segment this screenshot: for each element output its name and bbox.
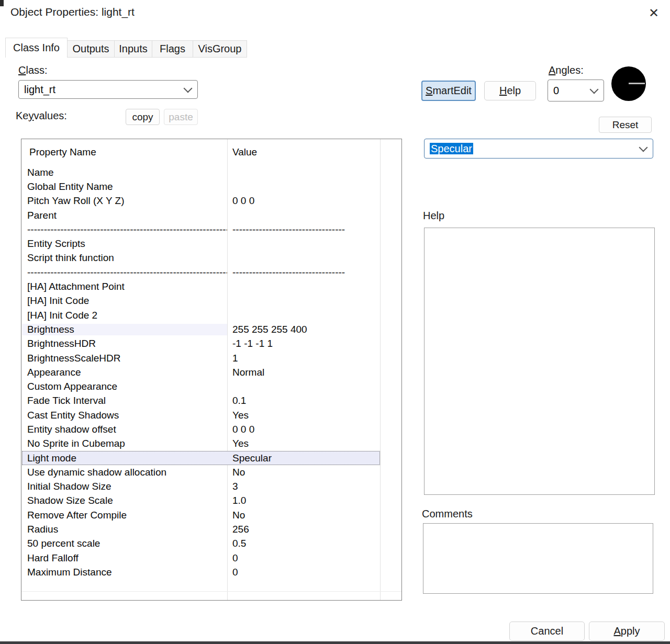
angle-indicator[interactable] [611, 66, 646, 101]
property-value-cell: Yes [227, 438, 380, 449]
property-name-cell: Fade Tick Interval [22, 395, 227, 406]
help-button-label: Help [499, 85, 521, 97]
angle-line [629, 83, 645, 84]
object-properties-dialog: Object Properties: light_rt ✕ Class Info… [0, 0, 670, 644]
property-name-cell: Maximum Distance [22, 567, 227, 578]
property-name-cell: Appearance [22, 367, 227, 378]
property-value-cell: 0 [227, 552, 380, 564]
property-separator-row[interactable]: ----------------------------------------… [22, 222, 380, 236]
keyvalues-label: Keyvalues: [16, 110, 67, 122]
property-row[interactable]: BrightnessScaleHDR1 [22, 351, 380, 365]
property-row[interactable]: Custom Appearance [22, 379, 380, 393]
tab-outputs[interactable]: Outputs [68, 40, 115, 58]
tab-strip: Class Info Outputs Inputs Flags VisGroup [5, 38, 247, 58]
property-row[interactable]: No Sprite in CubemapYes [22, 437, 380, 451]
property-row[interactable]: Cast Entity ShadowsYes [22, 408, 380, 422]
property-name-cell: Hard Falloff [22, 552, 227, 564]
keyvalue-edit-dropdown-value: Specular [430, 143, 640, 155]
property-value-cell: 1.0 [227, 495, 380, 506]
tab-flags[interactable]: Flags [152, 40, 193, 58]
apply-button[interactable]: Apply [589, 622, 665, 641]
property-row[interactable]: Script think function [22, 251, 380, 265]
class-dropdown[interactable]: light_rt [18, 80, 198, 99]
property-value-cell: Specular [227, 453, 380, 464]
property-row[interactable]: 50 percent scale0.5 [22, 537, 380, 551]
property-name-cell: Entity Scripts [22, 238, 227, 250]
property-row[interactable]: Radius256 [22, 522, 380, 536]
property-row[interactable]: Fade Tick Interval0.1 [22, 394, 380, 408]
chevron-down-icon [590, 85, 599, 94]
property-row[interactable]: Light modeSpecular [22, 451, 380, 465]
property-row[interactable]: Hard Falloff0 [22, 551, 380, 565]
property-row[interactable]: Pitch Yaw Roll (X Y Z)0 0 0 [22, 194, 380, 208]
help-button[interactable]: Help [484, 81, 536, 100]
property-value-header: Value [232, 146, 257, 158]
property-name-cell: Shadow Size Scale [22, 495, 227, 506]
property-row[interactable]: Brightness255 255 255 400 [22, 322, 380, 336]
property-value-cell: 256 [227, 524, 380, 535]
property-row[interactable]: Parent [22, 208, 380, 222]
property-table[interactable]: Property Name Value NameGlobal Entity Na… [21, 139, 402, 601]
reset-button[interactable]: Reset [599, 117, 652, 133]
property-value-cell: 0 0 0 [227, 424, 380, 435]
property-row[interactable]: Maximum Distance0 [22, 565, 380, 579]
property-name-cell: [HA] Init Code [22, 295, 227, 307]
property-row[interactable]: Entity shadow offset0 0 0 [22, 422, 380, 436]
copy-button[interactable]: copy [126, 109, 160, 125]
property-row[interactable]: Shadow Size Scale1.0 [22, 494, 380, 508]
property-value-cell: -1 -1 -1 1 [227, 338, 380, 349]
tab-label: Class Info [13, 42, 60, 54]
property-separator-row[interactable]: ----------------------------------------… [22, 265, 380, 279]
class-dropdown-value: light_rt [24, 84, 185, 96]
property-row[interactable]: [HA] Init Code 2 [22, 308, 380, 322]
property-name-cell: Brightness [22, 324, 227, 335]
tab-label: Flags [160, 43, 185, 55]
property-value-cell: No [227, 510, 380, 521]
smartedit-button[interactable]: SmartEdit [421, 81, 476, 101]
chevron-down-icon [184, 84, 193, 93]
close-icon[interactable]: ✕ [645, 4, 663, 22]
property-row[interactable]: [HA] Init Code [22, 294, 380, 308]
smartedit-label: SmartEdit [426, 85, 472, 97]
keyvalue-edit-dropdown[interactable]: Specular [424, 139, 653, 159]
property-value-cell: 1 [227, 353, 380, 364]
property-name-cell: Initial Shadow Size [22, 481, 227, 492]
property-row[interactable]: Name [22, 165, 380, 179]
property-name-cell: [HA] Attachment Point [22, 281, 227, 292]
property-row[interactable]: Entity Scripts [22, 236, 380, 251]
paste-button: paste [164, 109, 198, 125]
property-name-cell: Entity shadow offset [22, 424, 227, 435]
comments-input[interactable] [423, 523, 653, 594]
property-name-cell: Parent [22, 210, 227, 221]
property-value-cell: 255 255 255 400 [227, 324, 380, 335]
property-row[interactable]: Initial Shadow Size3 [22, 480, 380, 494]
property-name-cell: [HA] Init Code 2 [22, 310, 227, 321]
property-value-cell: Yes [227, 410, 380, 421]
help-text-box [424, 228, 655, 495]
angles-dropdown[interactable]: 0 [548, 80, 604, 101]
property-value-cell: ---------------------------------- [227, 224, 380, 235]
property-name-header: Property Name [29, 146, 96, 158]
tab-class-info[interactable]: Class Info [5, 38, 68, 58]
property-row[interactable]: Global Entity Name [22, 179, 380, 194]
cancel-button[interactable]: Cancel [509, 622, 585, 641]
property-row[interactable]: AppearanceNormal [22, 365, 380, 379]
window-corner-artifact [0, 0, 4, 6]
tab-inputs[interactable]: Inputs [115, 40, 152, 58]
property-row[interactable]: Remove After CompileNo [22, 508, 380, 522]
property-row[interactable]: BrightnessHDR-1 -1 -1 1 [22, 337, 380, 351]
property-name-cell: ----------------------------------------… [22, 224, 227, 235]
window-title: Object Properties: light_rt [10, 6, 135, 18]
property-name-cell: Remove After Compile [22, 510, 227, 521]
tab-label: Inputs [119, 43, 147, 55]
property-row[interactable]: Use dynamic shadow allocationNo [22, 465, 380, 479]
property-value-cell: 3 [227, 481, 380, 492]
property-row[interactable]: [HA] Attachment Point [22, 279, 380, 293]
property-table-body: NameGlobal Entity NamePitch Yaw Roll (X … [22, 165, 401, 580]
tab-label: VisGroup [198, 43, 241, 55]
property-value-cell: 0 0 0 [227, 195, 380, 207]
help-panel-label: Help [423, 210, 444, 222]
chevron-down-icon [639, 143, 648, 152]
class-label: Class: [18, 64, 48, 76]
tab-visgroup[interactable]: VisGroup [193, 40, 247, 58]
